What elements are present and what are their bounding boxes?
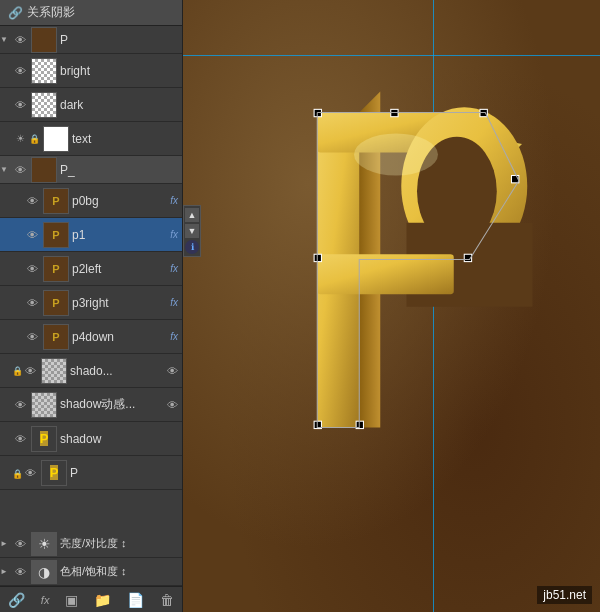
layer-thumbnail <box>31 157 57 183</box>
layer-name: p4down <box>72 330 170 344</box>
visibility-toggle[interactable]: ☀ <box>12 133 28 144</box>
adj-thumbnail: ☀ <box>31 532 57 556</box>
layer-row[interactable]: ▼ 👁 P_ <box>0 156 182 184</box>
layer-name: p2left <box>72 262 170 276</box>
fx-badge: fx <box>170 229 178 240</box>
layer-row[interactable]: ☀ 🔒 text <box>0 122 182 156</box>
layer-name: shado... <box>70 364 167 378</box>
layer-thumbnail <box>41 358 67 384</box>
svg-point-10 <box>354 134 438 176</box>
adj-layer-name: 色相/饱和度 ↕ <box>60 564 127 579</box>
layer-name: shadow动感... <box>60 396 167 413</box>
visibility-toggle[interactable]: 👁 <box>12 65 28 77</box>
watermark: jb51.net <box>537 586 592 604</box>
new-group-icon[interactable]: 📁 <box>94 592 111 608</box>
layers-panel: 🔗 关系阴影 ▼ 👁 P 👁 bright 👁 <box>0 0 183 612</box>
visibility-toggle[interactable]: 👁 <box>24 263 40 275</box>
visibility-toggle[interactable]: 👁 <box>24 195 40 207</box>
layer-row[interactable]: ▼ 👁 P <box>0 26 182 54</box>
visibility-toggle[interactable]: 👁 <box>12 538 28 550</box>
new-layer-icon[interactable]: 📄 <box>127 592 144 608</box>
layer-row[interactable]: 👁 dark <box>0 88 182 122</box>
add-fx-icon[interactable]: fx <box>41 594 50 606</box>
layer-thumbnail: P <box>41 460 67 486</box>
canvas-area: jb51.net <box>183 0 600 612</box>
fx-badge: fx <box>170 297 178 308</box>
layer-name: text <box>72 132 182 146</box>
indent: 🔒 <box>12 466 22 480</box>
layer-thumbnail: P <box>43 188 69 214</box>
layer-thumbnail: P <box>43 324 69 350</box>
p-letter-3d <box>293 60 583 480</box>
visibility-toggle[interactable]: 👁 <box>24 297 40 309</box>
eye-icon: 👁 <box>167 365 178 377</box>
panel-header: 🔗 关系阴影 <box>0 0 182 26</box>
delete-layer-icon[interactable]: 🗑 <box>160 592 174 608</box>
expand-arrow[interactable]: ▼ <box>0 35 12 44</box>
adj-layer-name: 亮度/对比度 ↕ <box>60 536 127 551</box>
layer-thumbnail: P <box>31 426 57 452</box>
layer-thumbnail: P <box>43 222 69 248</box>
fx-badge: fx <box>170 195 178 206</box>
adjustment-row[interactable]: ► 👁 ☀ 亮度/对比度 ↕ <box>0 530 182 558</box>
expand-arrow: ► <box>0 539 12 548</box>
panel-title: 关系阴影 <box>27 4 75 21</box>
chain-icon: 🔗 <box>8 6 23 20</box>
layer-thumbnail <box>31 27 57 53</box>
visibility-toggle[interactable]: 👁 <box>12 99 28 111</box>
layer-row[interactable]: 👁 P p2left fx <box>0 252 182 286</box>
layer-name: dark <box>60 98 182 112</box>
fx-badge: fx <box>170 263 178 274</box>
layer-name: p1 <box>72 228 170 242</box>
layer-thumbnail <box>31 92 57 118</box>
visibility-toggle[interactable]: 👁 <box>12 34 28 46</box>
info-button[interactable]: ℹ <box>185 240 199 254</box>
panel-bottom-toolbar: 🔗 fx ▣ 📁 📄 🗑 <box>0 586 182 612</box>
visibility-toggle[interactable]: 👁 <box>24 331 40 343</box>
layer-thumbnail: P <box>43 290 69 316</box>
layer-name: shadow <box>60 432 182 446</box>
layer-row[interactable]: 👁 P p1 fx <box>0 218 182 252</box>
layer-thumbnail <box>31 58 57 84</box>
layer-row[interactable]: 👁 bright <box>0 54 182 88</box>
fx-badge: fx <box>170 331 178 342</box>
visibility-toggle[interactable]: 👁 <box>12 433 28 445</box>
layer-row[interactable]: 👁 P p0bg fx <box>0 184 182 218</box>
layer-name: bright <box>60 64 182 78</box>
layer-row[interactable]: 👁 P p4down fx <box>0 320 182 354</box>
layer-row[interactable]: 👁 shadow动感... 👁 <box>0 388 182 422</box>
add-mask-icon[interactable]: ▣ <box>65 592 78 608</box>
move-up-button[interactable]: ▲ <box>185 208 199 222</box>
layer-list: ▼ 👁 P 👁 bright 👁 dark <box>0 26 182 530</box>
layer-thumbnail <box>43 126 69 152</box>
visibility-toggle[interactable]: 👁 <box>22 467 38 479</box>
visibility-toggle[interactable]: 👁 <box>12 399 28 411</box>
visibility-toggle[interactable]: 👁 <box>24 229 40 241</box>
layer-name: P <box>70 466 182 480</box>
visibility-toggle[interactable]: 👁 <box>22 365 38 377</box>
eye-icon: 👁 <box>167 399 178 411</box>
layer-thumbnail: P <box>43 256 69 282</box>
lock-icon: 🔒 <box>12 366 22 376</box>
layer-thumbnail <box>31 392 57 418</box>
layer-name: p0bg <box>72 194 170 208</box>
layer-row[interactable]: 👁 P p3right fx <box>0 286 182 320</box>
move-down-button[interactable]: ▼ <box>185 224 199 238</box>
visibility-toggle[interactable]: 👁 <box>12 566 28 578</box>
adjustment-row[interactable]: ► 👁 ◑ 色相/饱和度 ↕ <box>0 558 182 586</box>
link-layers-icon[interactable]: 🔗 <box>8 592 25 608</box>
expand-arrow: ► <box>0 567 12 576</box>
lock-icon: 🔒 <box>28 134 40 144</box>
adj-thumbnail: ◑ <box>31 560 57 584</box>
sun-icon: ☀ <box>16 133 25 144</box>
layer-row[interactable]: 🔒 👁 P P <box>0 456 182 490</box>
visibility-toggle[interactable]: 👁 <box>12 164 28 176</box>
guide-horizontal <box>183 55 600 56</box>
mini-toolbar: ▲ ▼ ℹ <box>183 205 201 257</box>
expand-arrow[interactable]: ▼ <box>0 165 12 174</box>
layer-name: P <box>60 33 182 47</box>
layer-row[interactable]: 👁 P shadow <box>0 422 182 456</box>
layer-name: P_ <box>60 163 182 177</box>
svg-rect-9 <box>317 254 454 294</box>
layer-row[interactable]: 🔒 👁 shado... 👁 <box>0 354 182 388</box>
